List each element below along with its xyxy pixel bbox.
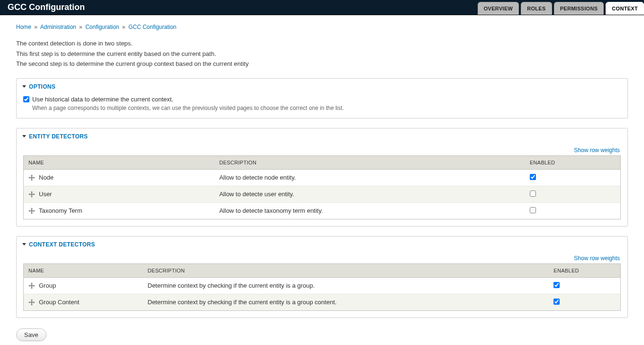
breadcrumb-administration[interactable]: Administration <box>40 24 76 30</box>
context-detectors-legend[interactable]: Context Detectors <box>17 236 627 251</box>
row-description: Determine context by checking if the cur… <box>143 294 549 310</box>
entity-detectors-body: Show row weights NAME DESCRIPTION ENABLE… <box>17 143 627 226</box>
header-bar: GCC Configuration OVERVIEW ROLES PERMISS… <box>0 0 644 15</box>
col-description-header: DESCRIPTION <box>143 263 549 277</box>
col-description-header: DESCRIPTION <box>215 155 525 169</box>
historical-checkbox[interactable] <box>23 96 29 102</box>
historical-label: Use historical data to determine the cur… <box>32 96 173 103</box>
intro-line-1: The context detection is done in two ste… <box>16 39 628 48</box>
breadcrumb-sep: » <box>34 24 37 30</box>
row-description: Allow to detecte node entity. <box>215 169 525 186</box>
breadcrumb-sep: » <box>122 24 126 30</box>
drag-handle-icon[interactable] <box>28 191 35 198</box>
chevron-down-icon <box>22 243 26 245</box>
table-row: User Allow to detecte user entity. <box>24 186 621 202</box>
table-row: Node Allow to detecte node entity. <box>24 169 621 186</box>
breadcrumb-home[interactable]: Home <box>16 24 31 30</box>
col-name-header: NAME <box>24 263 143 277</box>
breadcrumb-sep: » <box>79 24 82 30</box>
row-description: Allow to detecte taxonomy term entity. <box>215 202 525 219</box>
breadcrumb-configuration[interactable]: Configuration <box>85 24 119 30</box>
option-historical-row: Use historical data to determine the cur… <box>23 96 621 103</box>
options-title: Options <box>29 83 55 90</box>
chevron-down-icon <box>22 85 26 88</box>
intro-line-2: This first step is to determine the curr… <box>16 49 628 59</box>
entity-detectors-fieldset: Entity Detectors Show row weights NAME D… <box>16 128 628 227</box>
row-enabled-checkbox[interactable] <box>530 191 536 197</box>
col-enabled-header: ENABLED <box>549 263 620 277</box>
content: Home » Administration » Configuration » … <box>0 15 644 345</box>
options-legend[interactable]: Options <box>17 79 627 93</box>
save-button[interactable]: Save <box>16 328 46 341</box>
table-row: Group Content Determine context by check… <box>24 294 621 310</box>
tab-overview[interactable]: OVERVIEW <box>478 2 519 15</box>
table-row: Taxonomy Term Allow to detecte taxonomy … <box>24 202 621 219</box>
page-title: GCC Configuration <box>8 2 85 12</box>
table-row: Group Determine context by checking if t… <box>24 277 621 294</box>
row-description: Determine context by checking if the cur… <box>143 277 549 294</box>
drag-handle-icon[interactable] <box>28 282 35 289</box>
tabs: OVERVIEW ROLES PERMISSIONS CONTEXT <box>476 2 644 15</box>
drag-handle-icon[interactable] <box>28 208 35 214</box>
tab-roles[interactable]: ROLES <box>521 2 552 15</box>
show-row-weights-link[interactable]: Show row weights <box>574 255 620 262</box>
row-enabled-checkbox[interactable] <box>553 282 560 288</box>
drag-handle-icon[interactable] <box>28 174 35 181</box>
row-enabled-checkbox[interactable] <box>530 174 536 180</box>
chevron-down-icon <box>22 135 26 137</box>
tab-context[interactable]: CONTEXT <box>606 2 644 15</box>
intro-text: The context detection is done in two ste… <box>16 39 628 69</box>
entity-detectors-title: Entity Detectors <box>29 133 88 140</box>
show-row-weights-link[interactable]: Show row weights <box>574 147 620 154</box>
options-fieldset: Options Use historical data to determine… <box>16 78 628 118</box>
entity-detectors-legend[interactable]: Entity Detectors <box>17 128 627 143</box>
context-row-weights: Show row weights <box>24 254 620 262</box>
intro-line-3: The second step is to determine the curr… <box>16 59 628 69</box>
breadcrumb-gcc-configuration[interactable]: GCC Configuration <box>128 24 176 30</box>
drag-handle-icon[interactable] <box>28 299 35 306</box>
row-name: Taxonomy Term <box>39 207 82 214</box>
row-enabled-checkbox[interactable] <box>530 207 536 213</box>
breadcrumb: Home » Administration » Configuration » … <box>16 24 628 30</box>
row-name: Node <box>39 174 54 181</box>
col-enabled-header: ENABLED <box>525 155 621 169</box>
tab-permissions[interactable]: PERMISSIONS <box>554 2 604 15</box>
col-name-header: NAME <box>24 155 215 169</box>
context-detectors-body: Show row weights NAME DESCRIPTION ENABLE… <box>17 251 627 318</box>
row-name: User <box>39 191 52 198</box>
entity-detectors-table: NAME DESCRIPTION ENABLED Node Allow t <box>23 155 621 219</box>
context-detectors-table: NAME DESCRIPTION ENABLED Group Determ <box>23 263 621 311</box>
row-name: Group <box>39 282 56 289</box>
row-enabled-checkbox[interactable] <box>553 299 560 305</box>
historical-description: When a page corresponds to multiple cont… <box>32 105 621 111</box>
context-detectors-fieldset: Context Detectors Show row weights NAME … <box>16 236 628 318</box>
options-body: Use historical data to determine the cur… <box>17 93 627 118</box>
row-name: Group Content <box>39 299 79 306</box>
row-description: Allow to detecte user entity. <box>215 186 525 202</box>
context-detectors-title: Context Detectors <box>29 241 95 248</box>
entity-row-weights: Show row weights <box>24 146 620 154</box>
